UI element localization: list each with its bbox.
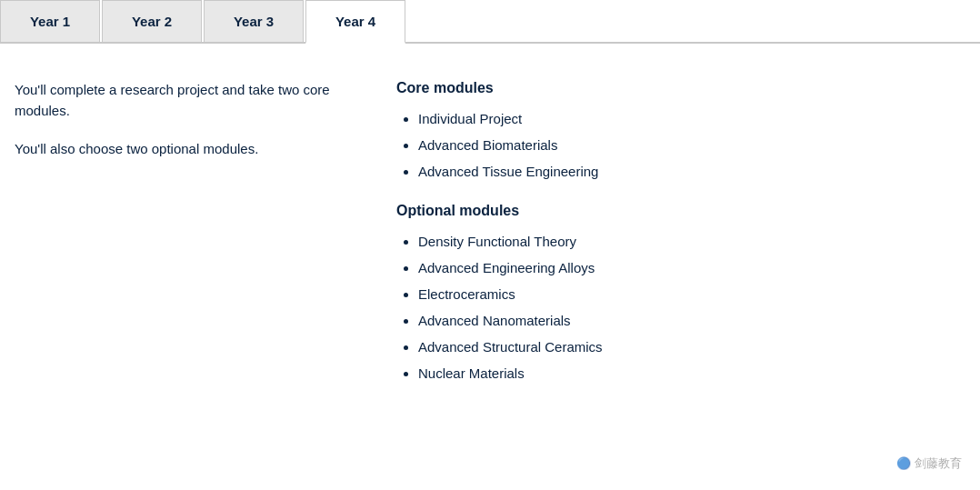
list-item: Advanced Engineering Alloys: [418, 258, 965, 277]
list-item: Advanced Tissue Engineering: [418, 162, 965, 181]
list-item: Advanced Structural Ceramics: [418, 337, 965, 356]
description-paragraph1: You'll complete a research project and t…: [15, 80, 342, 121]
list-item: Individual Project: [418, 109, 965, 128]
description-paragraph2: You'll also choose two optional modules.: [15, 139, 342, 160]
tab-year3[interactable]: Year 3: [204, 0, 304, 42]
list-item: Advanced Nanomaterials: [418, 311, 965, 330]
tab-year2[interactable]: Year 2: [102, 0, 202, 42]
optional-modules-list: Density Functional Theory Advanced Engin…: [396, 232, 965, 383]
list-item: Density Functional Theory: [418, 232, 965, 251]
list-item: Nuclear Materials: [418, 364, 965, 383]
tab-year1[interactable]: Year 1: [0, 0, 100, 42]
core-modules-list: Individual Project Advanced Biomaterials…: [396, 109, 965, 181]
optional-modules-heading: Optional modules: [396, 203, 965, 219]
left-column: You'll complete a research project and t…: [15, 80, 342, 405]
list-item: Electroceramics: [418, 285, 965, 304]
tab-year4[interactable]: Year 4: [305, 0, 405, 44]
content-area: You'll complete a research project and t…: [0, 44, 980, 423]
right-column: Core modules Individual Project Advanced…: [396, 80, 965, 405]
tabs-container: Year 1 Year 2 Year 3 Year 4: [0, 0, 980, 44]
core-modules-heading: Core modules: [396, 80, 965, 96]
list-item: Advanced Biomaterials: [418, 135, 965, 155]
watermark: 🔵 剑藤教育: [896, 455, 962, 472]
